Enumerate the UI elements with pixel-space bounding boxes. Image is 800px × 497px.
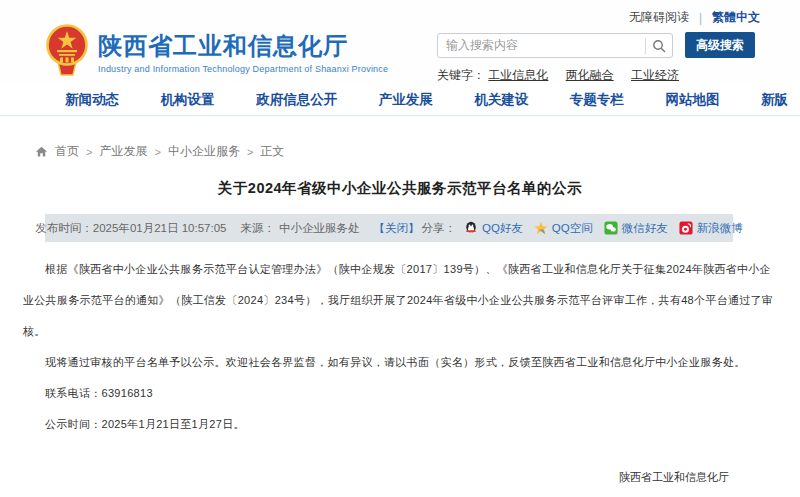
nav-item-sitemap[interactable]: 网站地图 bbox=[665, 91, 719, 109]
nav-item-agency-building[interactable]: 机关建设 bbox=[474, 91, 528, 109]
nav-item-gov-info-disclosure[interactable]: 政府信息公开 bbox=[256, 91, 337, 109]
publish-time-value: 2025年01月21日 10:57:05 bbox=[93, 221, 227, 236]
breadcrumb-sme-service[interactable]: 中小企业服务 bbox=[168, 143, 240, 160]
nav-item-special-topics[interactable]: 专题专栏 bbox=[570, 91, 624, 109]
paragraph-announcement: 现将通过审核的平台名单予以公示。欢迎社会各界监督，如有异议，请以书面（实名）形式… bbox=[23, 347, 777, 378]
qzone-icon bbox=[534, 221, 548, 235]
topbar: 无障碍阅读 | 繁體中文 bbox=[629, 9, 760, 26]
source-label: 来源： bbox=[240, 221, 275, 236]
article-body: 根据《陕西省中小企业公共服务示范平台认定管理办法》（陕中企规发〔2017〕139… bbox=[0, 242, 800, 497]
publish-time-label: 发布时间： bbox=[35, 221, 93, 236]
content: 首页 > 产业发展 > 中小企业服务 > 正文 关于2024年省级中小企业公共服… bbox=[0, 116, 800, 497]
share-wechat-button[interactable]: 微信好友 bbox=[604, 221, 668, 236]
share-qzone-label: QQ空间 bbox=[552, 221, 593, 236]
share-label: 分享： bbox=[421, 221, 456, 236]
national-emblem-icon bbox=[45, 24, 89, 82]
share-weibo-label: 新浪微博 bbox=[697, 221, 743, 236]
home-icon[interactable] bbox=[35, 145, 48, 158]
keyword-link-industrial-economy[interactable]: 工业经济 bbox=[631, 68, 679, 82]
weibo-icon bbox=[679, 221, 693, 235]
share-weibo-button[interactable]: 新浪微博 bbox=[679, 221, 743, 236]
share-qq-button[interactable]: QQ好友 bbox=[464, 221, 523, 236]
search-input[interactable] bbox=[438, 34, 672, 57]
share-qq-label: QQ好友 bbox=[482, 221, 523, 236]
traditional-chinese-link[interactable]: 繁體中文 bbox=[712, 9, 760, 26]
breadcrumb-current-page: 正文 bbox=[260, 143, 284, 160]
keyword-link-integration[interactable]: 两化融合 bbox=[566, 68, 614, 82]
source-value: 中小企业服务处 bbox=[279, 221, 360, 236]
breadcrumb-separator: > bbox=[247, 146, 253, 158]
breadcrumb-separator: > bbox=[86, 146, 92, 158]
search-input-divider bbox=[645, 38, 646, 54]
keyword-link-industrial-informatization[interactable]: 工业信息化 bbox=[488, 68, 548, 82]
signature-block: 陕西省工业和信息化厅 2025年1月20日 bbox=[23, 462, 777, 497]
breadcrumb-separator: > bbox=[154, 146, 160, 158]
advanced-search-button[interactable]: 高级搜索 bbox=[685, 32, 755, 58]
qq-icon bbox=[464, 221, 478, 235]
site-title: 陕西省工业和信息化厅 bbox=[98, 32, 388, 60]
wechat-icon bbox=[604, 221, 618, 235]
topbar-divider: | bbox=[699, 11, 702, 25]
paragraph-contact-phone: 联系电话：63916813 bbox=[23, 378, 777, 409]
article-meta-bar: 发布时间： 2025年01月21日 10:57:05 来源： 中小企业服务处 【… bbox=[45, 214, 733, 242]
nav-item-news[interactable]: 新闻动态 bbox=[65, 91, 119, 109]
breadcrumb-industry-development[interactable]: 产业发展 bbox=[99, 143, 147, 160]
search-box bbox=[437, 33, 673, 58]
site-title-en: Industry and Information Technology Depa… bbox=[98, 64, 388, 74]
share-qzone-button[interactable]: QQ空间 bbox=[534, 221, 593, 236]
search-area: 高级搜索 关键字： 工业信息化 两化融合 工业经济 bbox=[437, 32, 755, 84]
share-wechat-label: 微信好友 bbox=[622, 221, 668, 236]
main-nav: 新闻动态 机构设置 政府信息公开 产业发展 机关建设 专题专栏 网站地图 新版 bbox=[0, 84, 800, 116]
search-keywords: 关键字： 工业信息化 两化融合 工业经济 bbox=[437, 67, 755, 84]
nav-item-new-version[interactable]: 新版 bbox=[761, 91, 788, 109]
article-title: 关于2024年省级中小企业公共服务示范平台名单的公示 bbox=[0, 179, 800, 198]
signature-org: 陕西省工业和信息化厅 bbox=[23, 462, 729, 493]
close-button[interactable]: 【关闭】 bbox=[373, 221, 419, 236]
paragraph-basis: 根据《陕西省中小企业公共服务示范平台认定管理办法》（陕中企规发〔2017〕139… bbox=[23, 254, 777, 347]
search-icon[interactable] bbox=[652, 39, 666, 53]
breadcrumb-home[interactable]: 首页 bbox=[55, 143, 79, 160]
nav-item-organization[interactable]: 机构设置 bbox=[161, 91, 215, 109]
keywords-label: 关键字： bbox=[437, 68, 485, 82]
breadcrumb: 首页 > 产业发展 > 中小企业服务 > 正文 bbox=[0, 116, 800, 160]
accessibility-link[interactable]: 无障碍阅读 bbox=[629, 9, 689, 26]
nav-item-industry-development[interactable]: 产业发展 bbox=[379, 91, 433, 109]
paragraph-publicity-period: 公示时间：2025年1月21日至1月27日。 bbox=[23, 409, 777, 440]
site-brand[interactable]: 陕西省工业和信息化厅 Industry and Information Tech… bbox=[45, 24, 388, 82]
